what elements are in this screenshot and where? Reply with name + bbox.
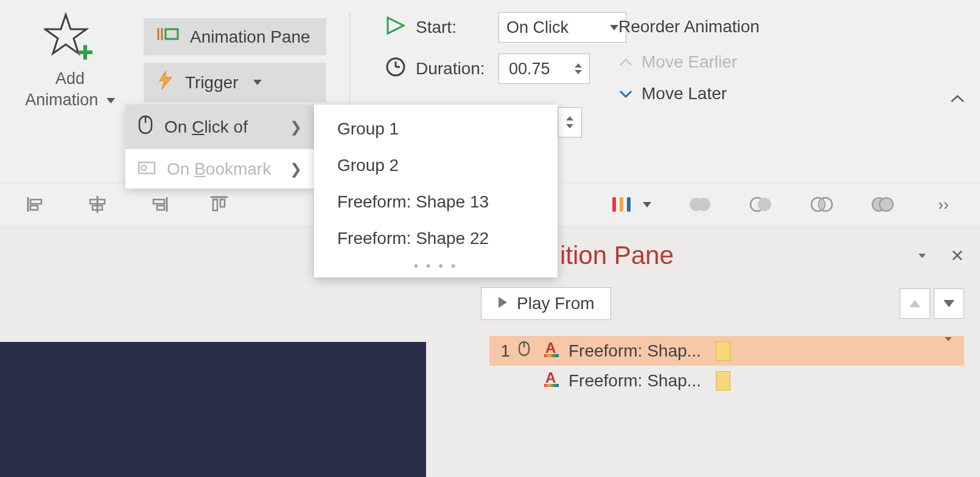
move-later-label: Move Later [642, 84, 727, 103]
font-color-effect-icon: A [543, 339, 561, 362]
animation-item-label: Freeform: Shap... [569, 341, 709, 361]
triangle-down-icon [943, 300, 954, 307]
add-animation-label-1: Add [25, 68, 115, 89]
animation-timeline-bar[interactable] [716, 371, 730, 391]
qat-overflow-icon[interactable]: ›› [931, 192, 956, 217]
triangle-up-icon [909, 300, 920, 307]
svg-point-37 [880, 198, 893, 211]
animation-pane-icon [157, 26, 179, 48]
svg-rect-26 [220, 200, 225, 207]
duration-value: 00.75 [509, 60, 550, 78]
align-left-icon[interactable] [24, 192, 49, 217]
play-from-label: Play From [517, 294, 595, 313]
delay-spinner[interactable] [558, 107, 582, 138]
submenu-item-shape-22[interactable]: Freeform: Shape 22 [314, 220, 558, 257]
trigger-menu: On Click of ❯ On Bookmark ❯ [125, 105, 314, 189]
svg-marker-6 [159, 71, 172, 89]
move-earlier-label: Move Earlier [642, 52, 737, 72]
animation-list: 1 A Freeform: Shap... A Freeform: Shap [481, 332, 964, 395]
chevron-down-icon [107, 98, 115, 103]
close-icon[interactable]: ✕ [950, 246, 964, 266]
align-center-h-icon[interactable] [85, 192, 110, 217]
trigger-button[interactable]: Trigger [144, 63, 326, 102]
slide-preview-shape [0, 342, 426, 477]
svg-point-31 [697, 198, 710, 211]
play-icon [497, 294, 508, 313]
trigger-shape-submenu: Group 1 Group 2 Freeform: Shape 13 Freef… [314, 105, 558, 277]
svg-rect-16 [30, 200, 41, 204]
start-label: Start: [416, 18, 489, 37]
mouse-icon [517, 340, 536, 361]
move-earlier-button: Move Earlier [618, 52, 980, 72]
submenu-item-shape-13[interactable]: Freeform: Shape 13 [314, 184, 558, 220]
move-down-button[interactable] [934, 288, 964, 319]
align-top-icon[interactable] [207, 192, 231, 217]
trigger-on-click-of[interactable]: On Click of ❯ [125, 105, 314, 149]
animation-pane-title: ition Pane [560, 241, 674, 270]
animation-sequence-number: 1 [494, 341, 510, 361]
move-up-button [900, 288, 930, 319]
animation-item[interactable]: 1 A Freeform: Shap... [489, 336, 964, 366]
spinner-down-icon[interactable] [575, 70, 582, 74]
animation-pane-button[interactable]: Animation Pane [144, 18, 326, 55]
svg-point-33 [758, 198, 771, 211]
mouse-icon [138, 114, 153, 139]
merge-intersect-icon[interactable] [870, 192, 895, 217]
reorder-title: Reorder Animation [618, 17, 980, 37]
chevron-up-icon [618, 52, 633, 72]
trigger-button-label: Trigger [185, 73, 239, 92]
animation-timeline-bar[interactable] [716, 341, 730, 361]
trigger-on-bookmark-label: On Bookmark [167, 159, 271, 179]
chevron-right-icon: ❯ [290, 161, 302, 178]
svg-point-14 [141, 165, 146, 170]
merge-fragment-icon[interactable] [810, 192, 834, 217]
add-animation-label-2: Animation [25, 91, 98, 109]
svg-text:A: A [545, 339, 556, 356]
play-triangle-icon [385, 15, 406, 40]
spinner-up-icon[interactable] [566, 116, 573, 120]
svg-marker-7 [388, 18, 404, 33]
svg-rect-28 [620, 197, 623, 212]
svg-rect-27 [612, 197, 616, 212]
animation-item[interactable]: A Freeform: Shap... [489, 366, 964, 395]
svg-text:A: A [545, 369, 556, 386]
merge-combine-icon[interactable] [749, 192, 773, 217]
spinner-up-icon[interactable] [575, 63, 582, 68]
svg-marker-38 [499, 297, 507, 308]
pane-options-icon[interactable] [919, 254, 926, 258]
chevron-right-icon: ❯ [290, 119, 302, 136]
submenu-resize-grip[interactable]: ● ● ● ● [314, 257, 558, 271]
chevron-down-icon [643, 202, 651, 207]
play-from-button[interactable]: Play From [481, 287, 611, 320]
pens-icon [610, 192, 633, 217]
add-animation-button[interactable]: Add Animation [15, 12, 125, 111]
trigger-on-bookmark: On Bookmark ❯ [125, 149, 314, 189]
animation-pane-button-label: Animation Pane [190, 27, 310, 47]
duration-spinner[interactable]: 00.75 [499, 54, 590, 84]
animation-item-label: Freeform: Shap... [569, 371, 709, 391]
lightning-icon [157, 70, 174, 95]
clock-icon [385, 57, 406, 82]
font-color-effect-icon: A [543, 369, 561, 392]
align-right-icon[interactable] [146, 192, 170, 217]
start-select-value: On Click [506, 18, 569, 37]
submenu-item-group-1[interactable]: Group 1 [314, 111, 558, 147]
svg-rect-29 [627, 197, 631, 212]
move-later-button[interactable]: Move Later [618, 84, 980, 103]
svg-rect-42 [544, 354, 559, 357]
svg-rect-17 [30, 206, 38, 210]
spinner-down-icon[interactable] [566, 124, 573, 128]
svg-rect-3 [166, 29, 178, 39]
svg-marker-0 [45, 15, 86, 54]
bookmark-icon [138, 159, 156, 179]
star-add-icon [44, 12, 96, 64]
animation-item-menu[interactable] [945, 341, 952, 361]
chevron-down-icon [253, 80, 262, 85]
merge-union-icon[interactable] [688, 192, 712, 217]
svg-rect-44 [544, 384, 559, 387]
collapse-ribbon-icon[interactable] [950, 89, 965, 108]
svg-rect-22 [153, 200, 164, 204]
trigger-on-click-label: On Click of [164, 117, 248, 137]
submenu-item-group-2[interactable]: Group 2 [314, 147, 558, 184]
pens-button[interactable] [610, 192, 651, 217]
